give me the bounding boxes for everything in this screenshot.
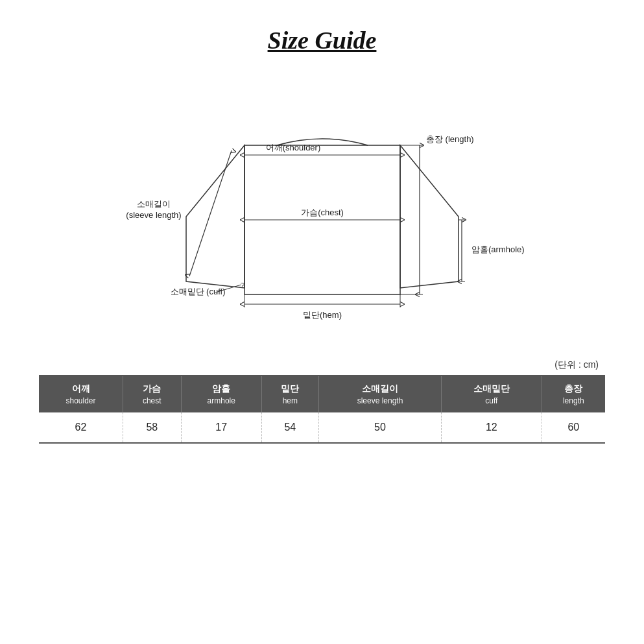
cell-armhole: 17 [181,412,261,443]
table-header-row: 어깨 shoulder 가슴 chest 암홀 armhole 밑단 hem 소… [39,376,605,412]
label-sleeve-length-k: 소매길이 [137,199,171,209]
col-armhole: 암홀 armhole [181,376,261,412]
cell-chest: 58 [123,412,182,443]
svg-marker-1 [186,145,244,288]
col-length: 총장 length [542,376,605,412]
label-cuff: 소매밑단 (cuff) [170,287,225,296]
cell-sleeve-length: 50 [318,412,441,443]
page-title: Size Guide [268,26,377,54]
table-row: 62 58 17 54 50 12 60 [39,412,605,443]
cell-shoulder: 62 [39,412,123,443]
unit-note: (단위 : cm) [39,359,605,371]
svg-marker-2 [400,145,459,288]
col-sleeve-length: 소매길이 sleeve length [318,376,441,412]
label-sleeve-length-e: (sleeve length) [126,210,181,220]
col-hem: 밑단 hem [261,376,318,412]
col-cuff: 소매밑단 cuff [442,376,542,412]
label-total-length: 총장 (length) [426,134,474,144]
label-shoulder: 어깨(shoulder) [265,143,320,152]
label-armhole: 암홀(armhole) [471,244,525,254]
cell-hem: 54 [261,412,318,443]
diagram-area: 총장 (length) 어깨(shoulder) 가슴(chest) 소매길이 … [102,74,543,346]
col-chest: 가슴 chest [123,376,182,412]
cell-length: 60 [542,412,605,443]
label-chest: 가슴(chest) [301,208,344,217]
svg-line-11 [189,150,232,276]
cell-cuff: 12 [442,412,542,443]
col-shoulder: 어깨 shoulder [39,376,123,412]
page-container: Size Guide [0,0,644,644]
size-table: 어깨 shoulder 가슴 chest 암홀 armhole 밑단 hem 소… [39,375,605,444]
label-hem: 밑단(hem) [303,310,342,320]
